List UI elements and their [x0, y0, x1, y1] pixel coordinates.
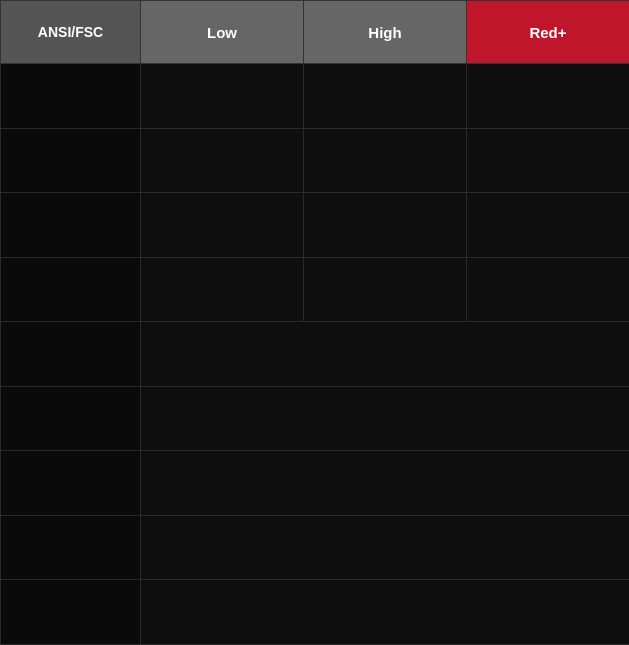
- cell-merged-8: [141, 515, 630, 580]
- cell-red-4: [467, 257, 630, 322]
- cell-low-3: [141, 193, 304, 258]
- table-row: [1, 515, 630, 580]
- header-red-plus: Red+: [467, 1, 630, 64]
- cell-merged-7: [141, 451, 630, 516]
- cell-high-3: [304, 193, 467, 258]
- cell-red-2: [467, 128, 630, 193]
- cell-high-1: [304, 64, 467, 129]
- table-row: [1, 386, 630, 451]
- header-row: ANSI/FSC Low High Red+: [1, 1, 630, 64]
- table-body: [1, 64, 630, 645]
- cell-ansi-7: [1, 451, 141, 516]
- cell-low-4: [141, 257, 304, 322]
- comparison-table-container: ANSI/FSC Low High Red+: [0, 0, 629, 645]
- cell-high-4: [304, 257, 467, 322]
- table-row: [1, 193, 630, 258]
- cell-ansi-5: [1, 322, 141, 387]
- table-row: [1, 128, 630, 193]
- cell-ansi-3: [1, 193, 141, 258]
- cell-ansi-2: [1, 128, 141, 193]
- table-row: [1, 64, 630, 129]
- cell-merged-5: [141, 322, 630, 387]
- cell-ansi-6: [1, 386, 141, 451]
- table-row: [1, 257, 630, 322]
- header-ansi-fsc: ANSI/FSC: [1, 1, 141, 64]
- cell-red-1: [467, 64, 630, 129]
- cell-high-2: [304, 128, 467, 193]
- cell-ansi-1: [1, 64, 141, 129]
- cell-red-3: [467, 193, 630, 258]
- cell-merged-6: [141, 386, 630, 451]
- cell-low-2: [141, 128, 304, 193]
- cell-ansi-4: [1, 257, 141, 322]
- header-high: High: [304, 1, 467, 64]
- cell-low-1: [141, 64, 304, 129]
- table-row: [1, 451, 630, 516]
- cell-ansi-9: [1, 580, 141, 645]
- table-row: [1, 322, 630, 387]
- cell-merged-9: [141, 580, 630, 645]
- table-row: [1, 580, 630, 645]
- comparison-table: ANSI/FSC Low High Red+: [0, 0, 629, 645]
- cell-ansi-8: [1, 515, 141, 580]
- header-low: Low: [141, 1, 304, 64]
